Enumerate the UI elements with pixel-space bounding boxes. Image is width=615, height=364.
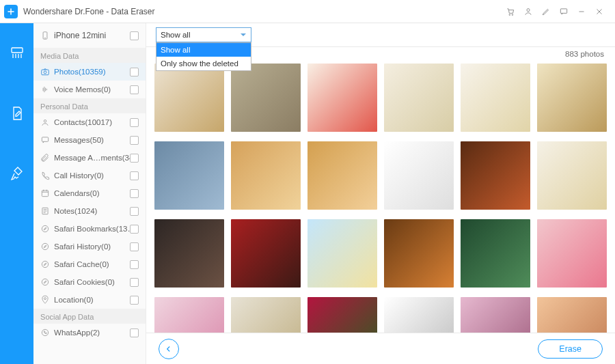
camera-icon (40, 67, 50, 76)
item-checkbox[interactable] (130, 85, 139, 94)
item-checkbox[interactable] (130, 225, 139, 234)
user-icon[interactable] (519, 3, 537, 20)
sidebar-item-photos[interactable]: Photos(10359) (33, 63, 146, 81)
rail-broom-icon[interactable] (8, 164, 27, 183)
photo-thumb[interactable] (384, 219, 454, 288)
sidebar-item-label: Safari Cache(0) (54, 260, 139, 268)
filter-dropdown: Show all Only show the deleted (156, 42, 251, 71)
item-checkbox[interactable] (130, 136, 139, 145)
svg-point-9 (44, 120, 46, 123)
content-area: Show all Show all Only show the deleted … (146, 23, 615, 364)
filter-option-only-deleted[interactable]: Only show the deleted (156, 57, 251, 70)
item-checkbox[interactable] (130, 278, 139, 287)
svg-point-2 (527, 8, 530, 11)
svg-rect-10 (42, 137, 48, 141)
photo-thumb[interactable] (308, 297, 377, 333)
sidebar-item-safari-cache[interactable]: Safari Cache(0) (33, 255, 146, 273)
svg-point-1 (512, 14, 513, 15)
filter-select[interactable]: Show all (156, 27, 251, 42)
photo-thumb[interactable] (461, 219, 530, 288)
sidebar-item-label: Call History(0) (54, 171, 139, 180)
notes-icon (40, 206, 50, 216)
svg-point-13 (42, 225, 48, 232)
section-social-data: Social App Data (33, 309, 146, 324)
sidebar-item-label: Contacts(10017) (54, 118, 139, 126)
filter-selected-value: Show all (161, 31, 190, 39)
svg-rect-11 (42, 191, 48, 197)
cart-icon[interactable] (502, 3, 519, 20)
item-checkbox[interactable] (130, 260, 139, 269)
photo-thumb[interactable] (537, 219, 607, 288)
rail-document-edit-icon[interactable] (8, 104, 27, 123)
photo-thumb[interactable] (308, 219, 377, 288)
sidebar-item-call-history[interactable]: Call History(0) (33, 167, 146, 184)
photo-thumb[interactable] (384, 64, 454, 132)
item-checkbox[interactable] (130, 207, 139, 216)
item-checkbox[interactable] (130, 171, 139, 180)
photo-thumb[interactable] (537, 141, 607, 210)
photo-thumb[interactable] (384, 141, 454, 210)
device-name: iPhone 12mini (54, 31, 106, 40)
minimize-button[interactable] (573, 3, 590, 20)
section-personal-data: Personal Data (33, 98, 146, 113)
sidebar-item-label: Photos(10359) (54, 68, 139, 76)
sidebar-item-label: Location(0) (54, 296, 139, 304)
back-button[interactable] (159, 339, 179, 359)
photo-thumb[interactable] (537, 64, 607, 132)
sidebar-item-label: Safari History(0) (54, 242, 139, 251)
photo-thumb[interactable] (308, 141, 377, 210)
sidebar-item-contacts[interactable]: Contacts(10017) (33, 113, 146, 131)
item-checkbox[interactable] (130, 328, 139, 337)
erase-button[interactable]: Erase (538, 339, 603, 359)
item-checkbox[interactable] (130, 154, 139, 163)
item-checkbox[interactable] (130, 242, 139, 251)
sidebar-item-label: Message A…ments(34) (54, 154, 139, 162)
whatsapp-icon (40, 328, 50, 337)
sidebar-item-label: Safari Cookies(0) (54, 278, 139, 286)
sidebar-item-whatsapp[interactable]: WhatsApp(2) (33, 324, 146, 341)
sidebar-item-safari-bookmarks[interactable]: Safari Bookmarks(1347) (33, 220, 146, 238)
photo-thumb[interactable] (461, 64, 530, 132)
edit-icon[interactable] (537, 3, 555, 20)
item-checkbox[interactable] (130, 68, 139, 76)
item-checkbox[interactable] (130, 296, 139, 305)
photo-thumb[interactable] (154, 64, 224, 132)
sidebar-item-label: Voice Memos(0) (54, 85, 139, 94)
close-button[interactable] (590, 3, 608, 20)
app-title: Wondershare Dr.Fone - Data Eraser (23, 7, 155, 16)
device-row[interactable]: iPhone 12mini (33, 23, 146, 48)
photo-thumb[interactable] (154, 297, 224, 333)
sidebar-item-location[interactable]: Location(0) (33, 291, 146, 309)
photo-thumb[interactable] (384, 297, 454, 333)
sidebar-item-label: Notes(1024) (54, 207, 139, 215)
sidebar-item-notes[interactable]: Notes(1024) (33, 202, 146, 220)
location-icon (40, 295, 50, 305)
svg-point-8 (44, 71, 46, 74)
photo-thumb[interactable] (231, 64, 301, 132)
photo-thumb[interactable] (461, 141, 530, 210)
titlebar: Wondershare Dr.Fone - Data Eraser (0, 0, 615, 23)
sidebar-item-calendars[interactable]: Calendars(0) (33, 184, 146, 202)
filter-option-show-all[interactable]: Show all (156, 43, 251, 57)
sidebar-item-label: Safari Bookmarks(1347) (54, 225, 139, 233)
feedback-icon[interactable] (555, 3, 573, 20)
photo-thumb[interactable] (231, 141, 301, 210)
item-checkbox[interactable] (130, 189, 139, 198)
photo-thumb[interactable] (308, 64, 377, 132)
sidebar-item-messages[interactable]: Messages(50) (33, 131, 146, 149)
photo-thumb[interactable] (154, 219, 224, 288)
item-checkbox[interactable] (130, 118, 139, 127)
sidebar-item-voice-memos[interactable]: Voice Memos(0) (33, 81, 146, 98)
photo-thumb[interactable] (461, 297, 530, 333)
photo-thumb[interactable] (231, 297, 301, 333)
sidebar-item-safari-history[interactable]: Safari History(0) (33, 238, 146, 255)
photo-thumb[interactable] (231, 219, 301, 288)
photo-thumb[interactable] (154, 141, 224, 210)
device-checkbox[interactable] (130, 31, 139, 40)
sidebar-item-safari-cookies[interactable]: Safari Cookies(0) (33, 273, 146, 291)
photo-thumb[interactable] (537, 297, 607, 333)
rail-shredder-icon[interactable] (8, 44, 27, 63)
svg-rect-3 (560, 8, 566, 12)
sidebar-item-attachments[interactable]: Message A…ments(34) (33, 149, 146, 167)
safari-icon (40, 224, 50, 234)
